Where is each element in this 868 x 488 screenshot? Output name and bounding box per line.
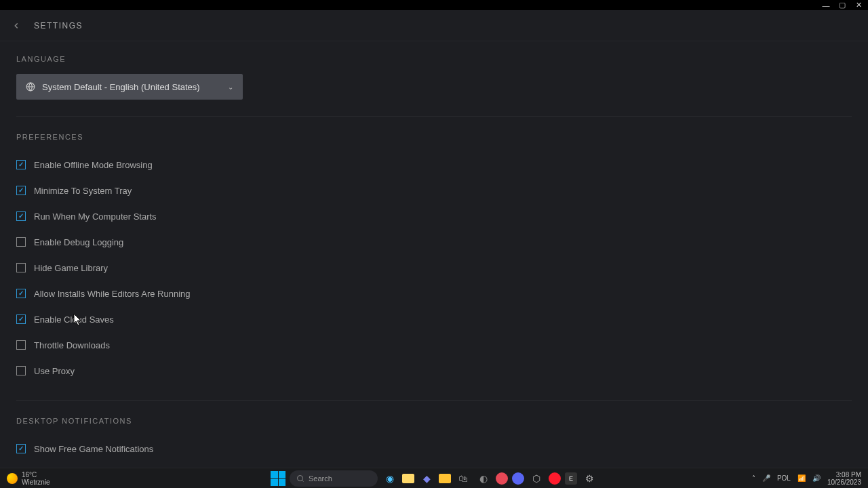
- divider: [16, 116, 852, 117]
- settings-content: LANGUAGE System Default - English (Unite…: [0, 41, 868, 468]
- taskbar-app-steam[interactable]: ◐: [475, 470, 492, 487]
- preference-checkbox[interactable]: [16, 211, 26, 221]
- preference-row[interactable]: Run When My Computer Starts: [16, 203, 852, 229]
- taskbar-app-discord[interactable]: [512, 472, 524, 485]
- search-icon: [296, 474, 304, 483]
- taskbar-search[interactable]: Search: [290, 470, 378, 487]
- notification-label: Show Free Game Notifications: [34, 444, 153, 454]
- notification-checkbox[interactable]: [16, 444, 26, 453]
- preference-row[interactable]: Throttle Downloads: [16, 332, 852, 358]
- preference-checkbox[interactable]: [16, 160, 26, 169]
- chevron-left-icon: [12, 21, 21, 30]
- preference-label: Enable Offline Mode Browsing: [34, 160, 153, 170]
- tray-lang[interactable]: POL: [777, 474, 791, 482]
- taskbar-app-store[interactable]: 🛍: [455, 470, 471, 487]
- svg-point-2: [298, 475, 303, 481]
- preference-label: Hide Game Library: [34, 263, 108, 273]
- divider: [16, 400, 852, 401]
- preference-checkbox[interactable]: [16, 263, 26, 272]
- taskbar-app-edge[interactable]: ◉: [382, 470, 398, 487]
- preference-label: Run When My Computer Starts: [34, 211, 157, 222]
- weather-temp: 16°C: [22, 471, 50, 479]
- tray-chevron-up-icon[interactable]: ˄: [752, 474, 755, 482]
- preference-checkbox[interactable]: [16, 366, 26, 375]
- taskbar-app-epic[interactable]: E: [565, 472, 577, 485]
- window-titlebar: — ▢ ✕: [0, 0, 868, 10]
- close-button[interactable]: ✕: [854, 1, 863, 9]
- maximize-button[interactable]: ▢: [838, 1, 846, 9]
- notification-row[interactable]: Show News and Special Offer Notification…: [16, 462, 852, 468]
- back-button[interactable]: [9, 19, 23, 33]
- preference-checkbox[interactable]: [16, 289, 26, 298]
- notification-row[interactable]: Show Free Game Notifications: [16, 436, 852, 462]
- taskbar-app-folder[interactable]: [439, 474, 451, 483]
- svg-line-3: [302, 480, 303, 481]
- search-placeholder: Search: [309, 474, 332, 483]
- taskbar-app-chat[interactable]: ◆: [418, 470, 435, 487]
- tray-wifi-icon[interactable]: 📶: [797, 474, 806, 482]
- language-section-title: LANGUAGE: [16, 55, 852, 63]
- tray-time: 3:08 PM: [836, 471, 861, 479]
- tray-date: 10/26/2023: [827, 479, 861, 486]
- preference-checkbox[interactable]: [16, 340, 26, 350]
- settings-header: SETTINGS: [0, 10, 868, 41]
- weather-desc: Wietrznie: [22, 479, 50, 486]
- taskbar-app-settings[interactable]: ⚙: [581, 470, 597, 487]
- preference-label: Use Proxy: [34, 366, 75, 376]
- preference-row[interactable]: Hide Game Library: [16, 255, 852, 281]
- preference-label: Enable Debug Logging: [34, 237, 123, 247]
- taskbar-app-1[interactable]: [496, 472, 508, 485]
- preference-checkbox[interactable]: [16, 237, 26, 247]
- preference-row[interactable]: Enable Debug Logging: [16, 229, 852, 255]
- preference-row[interactable]: Use Proxy: [16, 358, 852, 384]
- taskbar-app-2[interactable]: ⬡: [528, 470, 545, 487]
- page-title: SETTINGS: [34, 21, 83, 30]
- weather-widget[interactable]: 16°C Wietrznie: [0, 471, 50, 486]
- tray-clock[interactable]: 3:08 PM 10/26/2023: [827, 471, 861, 486]
- start-button[interactable]: [271, 471, 285, 486]
- preference-row[interactable]: Enable Cloud Saves: [16, 306, 852, 332]
- preference-label: Enable Cloud Saves: [34, 314, 114, 325]
- taskbar-app-opera[interactable]: [549, 472, 561, 485]
- taskbar-app-explorer[interactable]: [402, 474, 414, 483]
- language-selected: System Default - English (United States): [42, 82, 228, 92]
- tray-mic-icon[interactable]: 🎤: [762, 474, 770, 482]
- preferences-section-title: PREFERENCES: [16, 133, 852, 141]
- tray-volume-icon[interactable]: 🔊: [812, 474, 821, 482]
- preference-checkbox[interactable]: [16, 186, 26, 195]
- minimize-button[interactable]: —: [822, 1, 830, 9]
- preference-label: Allow Installs While Editors Are Running: [34, 289, 191, 299]
- preference-checkbox[interactable]: [16, 314, 26, 324]
- language-dropdown[interactable]: System Default - English (United States)…: [16, 74, 243, 100]
- preference-row[interactable]: Enable Offline Mode Browsing: [16, 152, 852, 178]
- notifications-section-title: DESKTOP NOTIFICATIONS: [16, 417, 852, 425]
- preference-label: Throttle Downloads: [34, 340, 110, 350]
- chevron-down-icon: ⌄: [228, 83, 233, 91]
- preference-row[interactable]: Allow Installs While Editors Are Running: [16, 281, 852, 306]
- preference-row[interactable]: Minimize To System Tray: [16, 178, 852, 203]
- preference-label: Minimize To System Tray: [34, 186, 132, 196]
- globe-icon: [26, 82, 35, 92]
- weather-icon: [7, 473, 18, 484]
- taskbar: 16°C Wietrznie Search ◉ ◆ 🛍 ◐ ⬡ E ⚙ ˄ 🎤 …: [0, 468, 868, 488]
